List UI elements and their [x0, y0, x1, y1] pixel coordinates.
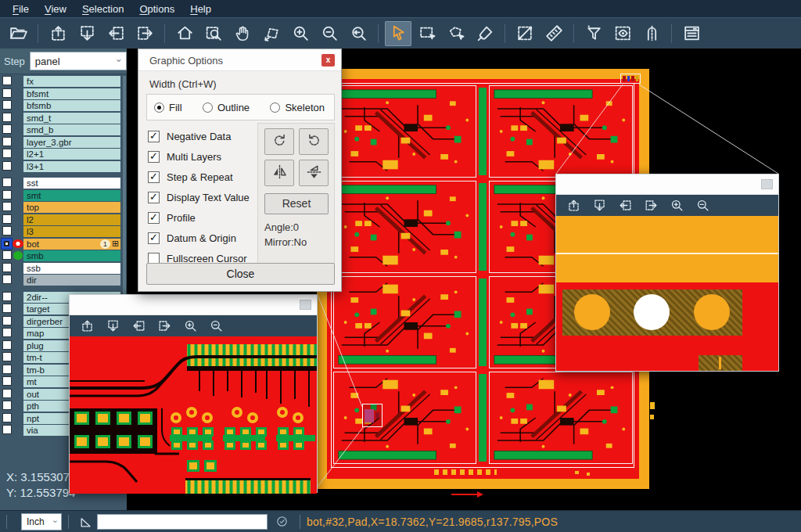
command-input[interactable] — [97, 514, 268, 530]
layer-row-top[interactable]: top — [0, 202, 127, 213]
option-negative-data[interactable]: Negative Data — [148, 126, 250, 146]
pan-up-button[interactable] — [79, 318, 95, 334]
rotate-ccw-button[interactable] — [299, 128, 329, 155]
layer-row-l3-1[interactable]: l3+1 — [0, 161, 127, 172]
layer-visibility-checkbox[interactable] — [2, 100, 12, 110]
option-profile[interactable]: Profile — [148, 207, 250, 228]
window-button-icon[interactable] — [300, 300, 311, 310]
layer-visibility-checkbox[interactable] — [2, 226, 12, 235]
layer-row-l3[interactable]: l3 — [0, 226, 127, 237]
layer-visibility-checkbox[interactable] — [2, 124, 12, 134]
layer-name[interactable]: fx — [23, 76, 120, 87]
zoom-window-button[interactable] — [200, 21, 227, 46]
layer-name[interactable]: sst — [23, 178, 120, 189]
layer-table-button[interactable] — [678, 21, 705, 46]
layer-name[interactable]: ssb — [23, 263, 120, 274]
checkbox-icon[interactable] — [148, 131, 160, 142]
layer-name[interactable]: l2+1 — [23, 149, 120, 160]
layer-visibility-checkbox[interactable] — [2, 190, 12, 200]
checkbox-icon[interactable] — [148, 151, 160, 163]
layer-row-bfsmt[interactable]: bfsmt — [0, 88, 127, 99]
pan-left-button[interactable] — [131, 318, 146, 334]
layer-name[interactable]: smd_b — [23, 124, 120, 135]
filter-button[interactable] — [580, 21, 607, 46]
layer-row-dir[interactable]: dir — [0, 275, 127, 286]
zoom-home-button[interactable] — [171, 21, 198, 46]
pan-hand-button[interactable] — [229, 21, 256, 46]
pcb-cell[interactable] — [333, 372, 476, 464]
measure-button[interactable] — [512, 21, 538, 46]
layer-row-ssb[interactable]: ssb — [0, 263, 127, 274]
layer-name[interactable]: dir — [23, 275, 120, 286]
menu-help[interactable]: Help — [182, 2, 219, 16]
reset-button[interactable]: Reset — [264, 193, 329, 214]
layer-row-l2-1[interactable]: l2+1 — [0, 149, 127, 160]
zoom-previous-button[interactable] — [345, 21, 372, 46]
option-display-text-value[interactable]: Display Text Value — [148, 187, 250, 207]
zoom-in-button[interactable] — [182, 318, 198, 334]
zoom-out-button[interactable] — [316, 21, 343, 46]
move-view-button[interactable] — [258, 21, 285, 46]
zoom-window-titlebar[interactable] — [556, 174, 778, 195]
layer-row-smd-b[interactable]: smd_b — [0, 124, 127, 135]
layer-row-bfsmb[interactable]: bfsmb — [0, 100, 127, 111]
layer-visibility-checkbox[interactable] — [2, 88, 12, 98]
layer-row-smb[interactable]: smb — [0, 250, 127, 261]
radio-circle-icon[interactable] — [203, 102, 213, 113]
pcb-cell[interactable] — [333, 181, 476, 273]
menu-file[interactable]: File — [5, 2, 37, 16]
unit-dropdown[interactable]: Inch ⌄ — [21, 513, 62, 530]
radio-circle-icon[interactable] — [270, 102, 280, 113]
pan-left-button[interactable] — [102, 21, 129, 46]
layer-name[interactable]: layer_3.gbr — [23, 137, 120, 148]
window-button-icon[interactable] — [761, 179, 773, 189]
layer-name[interactable]: l3+1 — [23, 161, 120, 172]
layer-row-sst[interactable]: sst — [0, 178, 127, 189]
layer-row-fx[interactable]: fx — [0, 76, 127, 87]
pcb-cell[interactable] — [489, 85, 633, 178]
checkbox-icon[interactable] — [148, 171, 160, 183]
pan-down-button[interactable] — [591, 198, 607, 214]
pan-down-button[interactable] — [74, 21, 100, 46]
pan-left-button[interactable] — [617, 198, 633, 214]
snap-loop-button[interactable] — [638, 21, 665, 46]
layer-visibility-checkbox[interactable] — [2, 178, 12, 187]
layer-visibility-checkbox[interactable] — [2, 376, 12, 386]
menu-options[interactable]: Options — [131, 2, 182, 16]
pcb-cell[interactable] — [333, 85, 476, 178]
layer-visibility-checkbox[interactable] — [2, 113, 12, 122]
layer-visibility-checkbox[interactable] — [2, 389, 12, 398]
layer-visibility-checkbox[interactable] — [2, 365, 12, 374]
layer-visibility-checkbox[interactable] — [2, 202, 12, 211]
layer-visibility-checkbox[interactable] — [2, 413, 12, 422]
flip-horizontal-button[interactable] — [299, 160, 329, 186]
checkbox-icon[interactable] — [148, 232, 160, 244]
select-tool-button[interactable] — [385, 21, 411, 46]
layer-visibility-checkbox[interactable] — [2, 214, 12, 224]
sync-icon[interactable] — [275, 515, 289, 528]
pan-right-button[interactable] — [131, 21, 158, 46]
menu-selection[interactable]: Selection — [74, 2, 131, 16]
layer-visibility-checkbox[interactable] — [2, 149, 12, 158]
checkbox-icon[interactable] — [148, 192, 160, 203]
zoom-out-button[interactable] — [208, 318, 224, 334]
layer-visibility-checkbox[interactable] — [2, 401, 12, 410]
zoom-window-titlebar[interactable] — [70, 295, 317, 315]
layer-row-layer-3-gbr[interactable]: layer_3.gbr — [0, 137, 127, 148]
layer-visibility-checkbox[interactable] — [2, 137, 12, 146]
poly-select-button[interactable] — [443, 21, 469, 46]
close-icon[interactable]: x — [321, 54, 335, 66]
zoom-window-view[interactable] — [556, 216, 778, 371]
zoom-in-button[interactable] — [287, 21, 314, 46]
layer-name[interactable]: smb — [23, 250, 120, 261]
pan-right-button[interactable] — [643, 198, 659, 214]
layer-name[interactable]: bot1⊞ — [23, 239, 120, 250]
ruler-button[interactable] — [541, 21, 567, 46]
option-multi-layers[interactable]: Multi Layers — [148, 146, 250, 167]
layer-visibility-checkbox[interactable] — [2, 250, 12, 260]
view-box-button[interactable] — [609, 21, 636, 46]
open-file-button[interactable] — [5, 21, 31, 46]
zoom-in-button[interactable] — [669, 198, 684, 214]
radio-skeleton[interactable]: Skeleton — [270, 102, 325, 113]
layer-visibility-checkbox[interactable] — [2, 263, 12, 272]
